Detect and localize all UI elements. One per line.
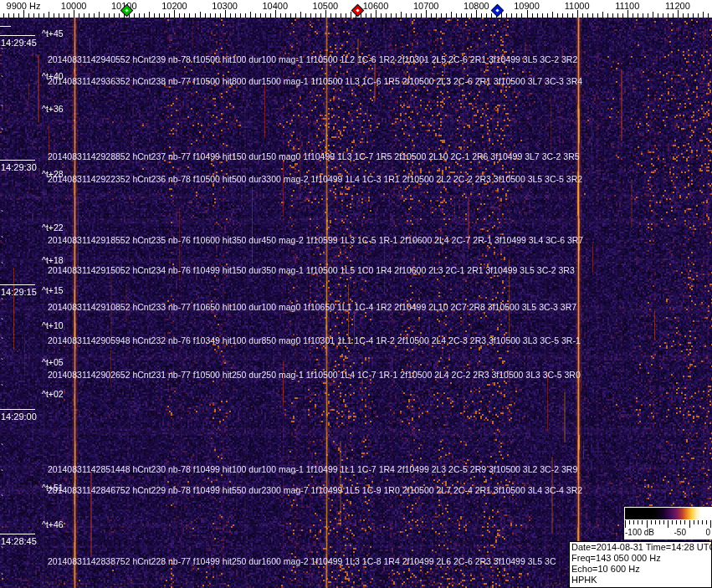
freq-ruler-tick — [547, 13, 548, 18]
freq-ruler-tick — [698, 13, 699, 18]
freq-ruler-tick — [653, 12, 653, 18]
freq-ruler-tick — [159, 13, 160, 18]
freq-ruler-tick — [195, 13, 196, 18]
freq-ruler-tick — [49, 12, 49, 18]
db-scale-tick — [698, 520, 699, 524]
freq-ruler-tick — [315, 13, 316, 18]
freq-ruler-tick — [688, 13, 689, 18]
freq-ruler-tick — [295, 13, 296, 18]
db-color-scale: -100 dB -50 0 — [624, 507, 712, 539]
freq-ruler-tick — [381, 13, 382, 18]
freq-ruler-tick — [179, 13, 180, 18]
freq-ruler-tick — [401, 12, 402, 18]
freq-ruler-tick — [491, 13, 492, 18]
freq-ruler-tick — [633, 13, 633, 18]
freq-ruler-tick — [154, 13, 155, 18]
freq-ruler-tick — [330, 13, 331, 18]
freq-ruler-tick — [104, 13, 105, 18]
freq-ruler-tick — [230, 13, 231, 18]
db-scale-tick — [642, 520, 643, 524]
freq-ruler-tick — [466, 13, 467, 18]
freq-ruler-tick — [28, 13, 29, 18]
freq-ruler-tick — [54, 13, 54, 18]
freq-ruler-tick — [481, 13, 482, 18]
db-scale-tick — [710, 520, 711, 528]
db-scale-tick — [672, 520, 673, 524]
freq-ruler-tick — [225, 10, 226, 18]
freq-ruler-tick — [396, 13, 397, 18]
freq-ruler-tick — [597, 13, 598, 18]
freq-ruler-tick — [200, 12, 201, 18]
db-gradient-bar — [625, 508, 711, 519]
db-scale-tick — [655, 520, 656, 524]
freq-ruler-tick — [441, 13, 442, 18]
freq-ruler-tick — [346, 13, 346, 18]
freq-ruler-tick — [532, 13, 533, 18]
freq-ruler-tick — [119, 13, 120, 18]
db-scale-tick — [684, 520, 685, 524]
freq-ruler-tick — [486, 13, 487, 18]
freq-ruler-tick — [658, 13, 658, 18]
freq-ruler-tick — [38, 13, 39, 18]
db-scale-tick — [647, 520, 648, 528]
freq-ruler-tick — [506, 13, 507, 18]
freq-ruler-tick — [708, 13, 709, 18]
freq-ruler-tick — [607, 13, 608, 18]
freq-ruler-tick — [220, 13, 221, 18]
freq-ruler-tick — [411, 13, 412, 18]
freq-ruler-tick — [521, 13, 522, 18]
freq-ruler-tick — [557, 13, 558, 18]
freq-ruler-tick — [516, 13, 517, 18]
freq-ruler-tick — [215, 13, 216, 18]
freq-ruler-tick — [537, 13, 538, 18]
freq-ruler-tick — [643, 13, 643, 18]
db-scale-labels: -100 dB -50 0 — [625, 528, 710, 537]
freq-ruler-tick — [577, 10, 578, 18]
freq-ruler-tick — [431, 13, 432, 18]
freq-ruler-tick — [270, 13, 271, 18]
freq-ruler-tick — [305, 13, 306, 18]
freq-ruler-tick — [476, 10, 477, 18]
freq-ruler-tick — [33, 13, 34, 18]
freq-ruler-tick — [8, 13, 9, 18]
freq-ruler-tick — [386, 13, 387, 18]
freq-ruler-tick — [436, 13, 437, 18]
db-label-mid: -50 — [674, 528, 686, 537]
freq-ruler-tick — [205, 13, 206, 18]
freq-ruler-tick — [351, 12, 351, 18]
info-date-time: Date=2014-08-31 Time=14:28 UTC — [571, 542, 709, 553]
db-scale-ticks — [625, 520, 711, 528]
freq-ruler-tick — [391, 13, 392, 18]
info-echo-frequency: Echo=10 600 Hz — [571, 564, 709, 575]
freq-ruler-tick — [3, 13, 4, 18]
freq-ruler-tick — [703, 12, 704, 18]
db-scale-tick — [668, 520, 668, 528]
freq-ruler-tick — [602, 12, 603, 18]
freq-ruler-tick — [471, 13, 472, 18]
freq-ruler-tick — [235, 13, 236, 18]
freq-ruler-tick — [285, 13, 286, 18]
freq-ruler-tick — [668, 13, 668, 18]
freq-ruler-tick — [673, 13, 674, 18]
freq-ruler-tick — [114, 13, 115, 18]
freq-ruler-tick — [144, 13, 145, 18]
freq-ruler-tick — [69, 13, 69, 18]
freq-ruler-tick — [366, 13, 366, 18]
spectrogram-canvas[interactable] — [0, 18, 712, 588]
freq-ruler-tick — [265, 13, 266, 18]
freq-ruler-tick — [260, 13, 261, 18]
freq-ruler-tick — [320, 13, 321, 18]
freq-ruler-tick — [552, 12, 553, 18]
freq-ruler-tick — [527, 10, 528, 18]
freq-ruler-tick — [89, 13, 90, 18]
freq-ruler-tick — [426, 10, 427, 18]
freq-ruler-tick — [451, 12, 452, 18]
freq-ruler-tick — [587, 13, 588, 18]
freq-ruler-tick — [280, 13, 281, 18]
freq-ruler-tick — [44, 13, 44, 18]
freq-ruler-tick — [149, 12, 150, 18]
freq-ruler-tick — [542, 13, 543, 18]
freq-ruler-tick — [94, 13, 95, 18]
freq-ruler-tick — [567, 13, 568, 18]
freq-ruler-tick — [683, 13, 684, 18]
